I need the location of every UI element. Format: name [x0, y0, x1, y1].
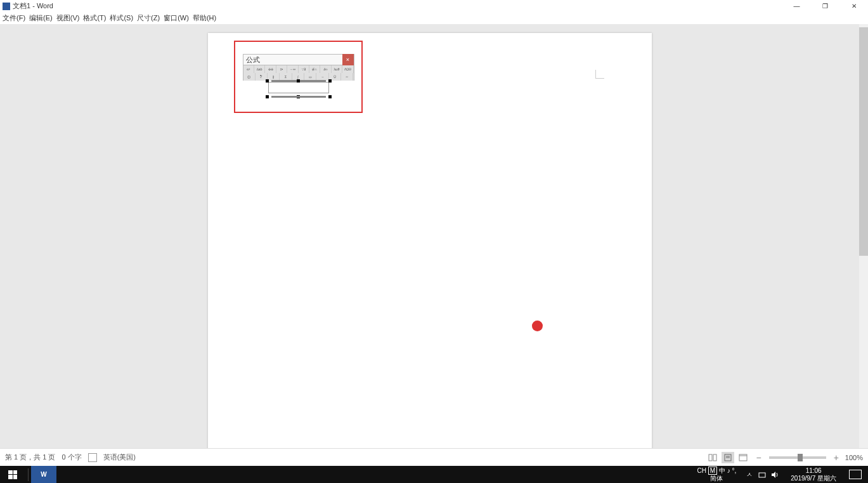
language[interactable]: 英语(美国) [103, 453, 136, 462]
windows-icon [8, 470, 17, 479]
formula-tool-10[interactable]: ΛΩΘ [342, 65, 353, 73]
word-app-icon [3, 3, 10, 10]
cursor-marker-icon [532, 321, 543, 331]
svg-rect-1 [713, 454, 716, 461]
page-info[interactable]: 第 1 页，共 1 页 [5, 453, 55, 462]
ime-indicator[interactable]: CH M 中 ♪ °, 简体 [694, 467, 741, 482]
formula-toolbar-row1: ≤≠ ∆ab ※※ ±• →⇔ ∵∃ ∉∩ ∂∞ λωθ ΛΩΘ [243, 65, 354, 73]
formula-input[interactable] [268, 82, 329, 93]
word-taskbar-button[interactable]: W [31, 466, 56, 483]
start-button[interactable] [0, 466, 25, 483]
view-print-layout[interactable] [722, 452, 734, 463]
view-web-layout[interactable] [737, 452, 749, 463]
menu-file[interactable]: 文件(F) [3, 13, 25, 23]
volume-icon[interactable] [770, 470, 779, 479]
menu-help[interactable]: 帮助(H) [193, 13, 216, 23]
formula-header[interactable]: 公式 × [243, 54, 354, 65]
menu-edit[interactable]: 编辑(E) [29, 13, 53, 23]
menu-window[interactable]: 窗口(W) [164, 13, 189, 23]
vertical-scrollbar[interactable] [859, 24, 868, 448]
formula-tool-5[interactable]: →⇔ [287, 65, 298, 73]
view-read-mode[interactable] [706, 452, 719, 463]
margin-mark-icon [595, 70, 604, 79]
formula-editor: 公式 × ≤≠ ∆ab ※※ ±• →⇔ ∵∃ ∉∩ ∂∞ λωθ ΛΩΘ (|… [243, 54, 354, 93]
system-tray: ㅅ [740, 470, 784, 479]
minimize-button[interactable]: — [782, 0, 811, 12]
formula-tool-4[interactable]: ±• [276, 65, 287, 73]
zoom-slider[interactable] [769, 456, 826, 459]
close-button[interactable]: ✕ [839, 0, 868, 12]
word-count[interactable]: 0 个字 [62, 453, 81, 462]
titlebar: 文档1 - Word [0, 0, 868, 12]
formula-close-button[interactable]: × [342, 54, 354, 65]
formula-tool-11[interactable]: (|) [243, 73, 256, 81]
menubar: 文件(F) 编辑(E) 视图(V) 格式(T) 样式(S) 尺寸(Z) 窗口(W… [0, 12, 868, 24]
svg-rect-0 [709, 454, 712, 461]
formula-tool-6[interactable]: ∵∃ [299, 65, 309, 73]
formula-tool-7[interactable]: ∉∩ [309, 65, 320, 73]
zoom-out[interactable]: − [756, 453, 761, 463]
formula-tool-9[interactable]: λωθ [332, 65, 342, 73]
proofing[interactable] [88, 453, 97, 462]
window-controls: — ❐ ✕ [782, 0, 868, 12]
svg-rect-7 [759, 473, 765, 477]
network-icon[interactable] [758, 470, 767, 479]
proofing-icon [88, 453, 97, 462]
formula-tool-2[interactable]: ∆ab [254, 65, 265, 73]
formula-tool-1[interactable]: ≤≠ [243, 65, 254, 73]
menu-view[interactable]: 视图(V) [56, 13, 80, 23]
formula-edit-area[interactable] [268, 82, 329, 93]
statusbar: 第 1 页，共 1 页 0 个字 英语(美国) − + 100% [0, 448, 868, 466]
formula-tool-3[interactable]: ※※ [265, 65, 276, 73]
maximize-button[interactable]: ❐ [811, 0, 839, 12]
zoom-level[interactable]: 100% [845, 454, 863, 461]
formula-tool-19[interactable]: ▫▫ [341, 73, 353, 81]
formula-title: 公式 [246, 55, 260, 65]
taskbar: W CH M 中 ♪ °, 简体 ㅅ 11:06 2019/9/7 星期六 [0, 466, 868, 483]
document-area: 公式 × ≤≠ ∆ab ※※ ±• →⇔ ∵∃ ∉∩ ∂∞ λωθ ΛΩΘ (|… [0, 24, 859, 448]
zoom-in[interactable]: + [834, 453, 839, 463]
tray-up-icon[interactable]: ㅅ [745, 470, 754, 479]
menu-style[interactable]: 样式(S) [110, 13, 133, 23]
window-title: 文档1 - Word [13, 1, 53, 11]
menu-format[interactable]: 格式(T) [83, 13, 106, 23]
formula-tool-8[interactable]: ∂∞ [320, 65, 331, 73]
action-center-icon[interactable] [849, 470, 862, 479]
word-icon: W [37, 468, 50, 481]
zoom-slider-thumb[interactable] [798, 454, 803, 461]
clock[interactable]: 11:06 2019/9/7 星期六 [784, 467, 843, 482]
document-page[interactable]: 公式 × ≤≠ ∆ab ※※ ±• →⇔ ∵∃ ∉∩ ∂∞ λωθ ΛΩΘ (|… [208, 33, 652, 457]
taskbar-divider [28, 468, 29, 481]
menu-size[interactable]: 尺寸(Z) [137, 13, 160, 23]
scroll-thumb[interactable] [859, 27, 868, 256]
